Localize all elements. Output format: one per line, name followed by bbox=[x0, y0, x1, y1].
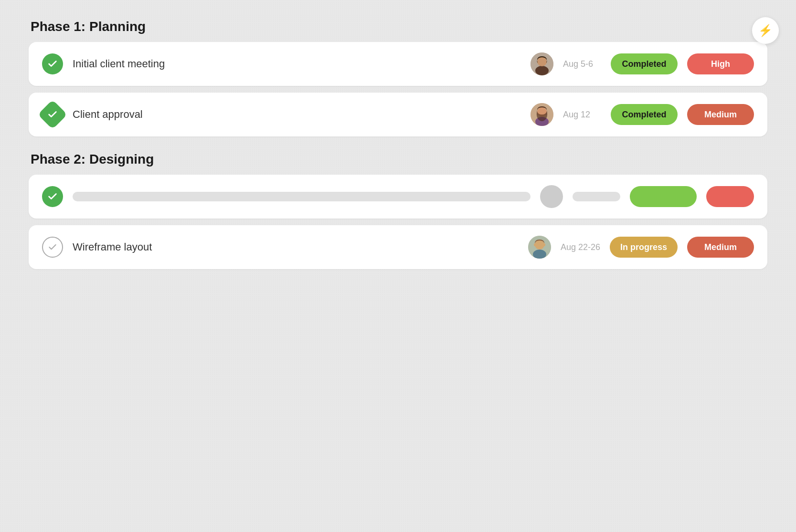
avatar-woman bbox=[531, 103, 553, 126]
svg-point-10 bbox=[543, 243, 545, 246]
phase-1-section: Phase 1: Planning Initial client meeting bbox=[29, 19, 767, 136]
status-badge-in-progress[interactable]: In progress bbox=[610, 237, 678, 258]
skeleton-priority-badge bbox=[706, 186, 754, 207]
phase-2-section: Phase 2: Designing Wireframe layout bbox=[29, 152, 767, 269]
task-name-wireframe: Wireframe layout bbox=[73, 241, 519, 253]
phase-1-title: Phase 1: Planning bbox=[29, 19, 767, 34]
priority-badge-high-1[interactable]: High bbox=[687, 53, 754, 74]
lightning-button[interactable]: ⚡ bbox=[752, 17, 779, 44]
svg-point-9 bbox=[534, 243, 536, 246]
task-date-initial-meeting: Aug 5-6 bbox=[563, 59, 601, 69]
lightning-icon: ⚡ bbox=[758, 24, 773, 37]
priority-badge-medium-4[interactable]: Medium bbox=[687, 237, 754, 258]
avatar-man2 bbox=[528, 236, 551, 259]
status-badge-completed-1[interactable]: Completed bbox=[611, 53, 678, 74]
phase-2-title: Phase 2: Designing bbox=[29, 152, 767, 167]
task-name-client-approval: Client approval bbox=[73, 108, 521, 121]
task-card-client-approval[interactable]: Client approval Aug 12 Completed Medium bbox=[29, 93, 767, 136]
status-badge-completed-2[interactable]: Completed bbox=[611, 104, 678, 125]
task-name-initial-meeting: Initial client meeting bbox=[73, 58, 521, 70]
check-completed-icon-3 bbox=[42, 186, 63, 207]
skeleton-status-badge bbox=[630, 186, 697, 207]
skeleton-task-name bbox=[73, 192, 531, 201]
check-diamond-icon bbox=[38, 100, 67, 129]
task-date-wireframe: Aug 22-26 bbox=[561, 242, 600, 252]
check-outline-icon bbox=[42, 237, 63, 258]
skeleton-task-date bbox=[573, 192, 620, 201]
svg-point-1 bbox=[535, 66, 549, 75]
avatar-empty bbox=[540, 185, 563, 208]
task-card-skeleton[interactable] bbox=[29, 175, 767, 219]
check-completed-icon bbox=[42, 53, 63, 74]
svg-point-2 bbox=[537, 57, 547, 66]
task-card-initial-meeting[interactable]: Initial client meeting Aug 5-6 Completed… bbox=[29, 42, 767, 86]
task-card-wireframe[interactable]: Wireframe layout Aug 22-26 In progress M… bbox=[29, 225, 767, 269]
task-date-client-approval: Aug 12 bbox=[563, 110, 601, 120]
svg-point-8 bbox=[535, 240, 544, 250]
avatar-man bbox=[531, 52, 553, 75]
priority-badge-medium-2[interactable]: Medium bbox=[687, 104, 754, 125]
